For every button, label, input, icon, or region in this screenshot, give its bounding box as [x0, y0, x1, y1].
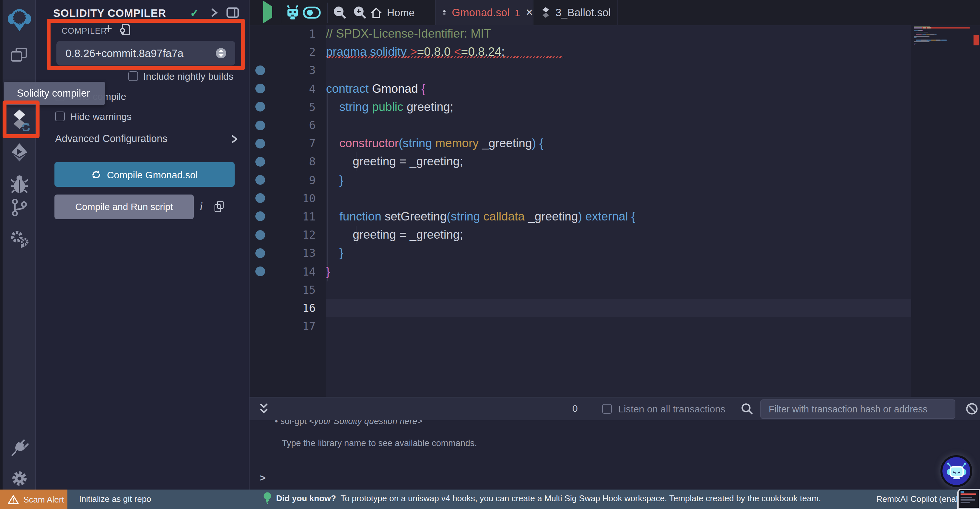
terminal-output[interactable]: • sol-gpt <your Solidity question here> …	[250, 420, 980, 490]
collapse-terminal-icon[interactable]	[258, 403, 270, 416]
gutter-dot[interactable]	[255, 157, 265, 167]
code-line[interactable]: 1// SPDX-License-Identifier: MIT	[250, 25, 911, 43]
run-script-button[interactable]	[263, 6, 272, 18]
gutter-dot[interactable]	[255, 139, 265, 148]
gutter-dot[interactable]	[255, 248, 265, 258]
code-line[interactable]: 17	[250, 317, 911, 335]
pin-panel-icon[interactable]	[226, 7, 239, 18]
minimap-line	[914, 34, 970, 35]
filter-transactions-input[interactable]	[760, 399, 955, 419]
plugin-manager-icon[interactable]	[3, 439, 36, 457]
hide-warnings-label: Hide warnings	[70, 111, 132, 122]
add-compiler-icon[interactable]: +	[104, 21, 113, 35]
compile-and-run-button[interactable]: Compile and Run script	[54, 195, 194, 219]
git-icon[interactable]	[3, 198, 36, 217]
code-line[interactable]: 5 string public greeting;	[250, 98, 911, 116]
remix-logo-icon[interactable]	[3, 8, 36, 32]
code-line[interactable]: 14}	[250, 262, 911, 281]
clear-console-icon[interactable]	[966, 403, 978, 415]
line-number[interactable]: 10	[265, 192, 316, 205]
info-icon[interactable]: i	[200, 200, 203, 213]
minimap-line	[914, 44, 970, 45]
copilot-toggle-icon[interactable]	[303, 6, 321, 19]
file-badge-icon[interactable]	[120, 23, 130, 36]
chevron-right-icon[interactable]	[211, 8, 218, 18]
code-editor[interactable]: 1// SPDX-License-Identifier: MIT2pragma …	[250, 25, 980, 397]
deploy-run-icon[interactable]	[3, 143, 36, 162]
tab-ballot[interactable]: 3_Ballot.sol	[533, 0, 618, 25]
code-line[interactable]: 16	[250, 299, 911, 317]
listen-transactions-checkbox[interactable]	[602, 404, 612, 414]
gutter-dot[interactable]	[255, 102, 265, 112]
git-init-status[interactable]: Initialize as git repo	[79, 494, 151, 504]
tab-home[interactable]: Home	[370, 0, 435, 25]
scam-alert-badge[interactable]: Scam Alert	[0, 490, 67, 509]
gutter-dot[interactable]	[255, 120, 265, 130]
minimap-line	[914, 36, 970, 37]
code-line[interactable]: 7 constructor(string memory _greeting) {	[250, 134, 911, 152]
line-number[interactable]: 4	[265, 82, 316, 95]
line-number[interactable]: 11	[265, 210, 316, 223]
line-number[interactable]: 5	[265, 101, 316, 113]
lightbulb-icon	[263, 492, 272, 504]
code-line[interactable]: 15	[250, 281, 911, 298]
line-number[interactable]: 7	[265, 137, 316, 150]
compiler-version-select[interactable]: 0.8.26+commit.8a97fa7a	[56, 41, 235, 65]
code-line[interactable]: 13 }	[250, 244, 911, 262]
search-icon[interactable]	[741, 403, 753, 415]
code-line[interactable]: 12 greeting = _greeting;	[250, 226, 911, 244]
pip-thumbnail[interactable]	[957, 489, 980, 509]
gutter-dot[interactable]	[255, 266, 265, 276]
gutter-dot[interactable]	[255, 230, 265, 239]
line-number[interactable]: 13	[265, 247, 316, 260]
ai-assistant-icon[interactable]	[285, 5, 300, 21]
transaction-count: 0	[572, 403, 578, 414]
code-line[interactable]: 11 function setGreeting(string calldata …	[250, 207, 911, 226]
line-number[interactable]: 16	[265, 302, 316, 314]
copy-icon[interactable]	[215, 201, 224, 212]
gutter-dot[interactable]	[255, 84, 265, 93]
line-number[interactable]: 1	[265, 27, 316, 40]
code-line[interactable]: 2pragma solidity >=0.8.0 <=0.8.24;	[250, 43, 911, 61]
solidity-compiler-icon[interactable]	[3, 109, 36, 131]
file-explorer-icon[interactable]	[3, 47, 36, 64]
advanced-configurations[interactable]: Advanced Configurations	[55, 133, 238, 145]
hide-warnings-checkbox[interactable]	[55, 112, 65, 121]
compiler-section-label: COMPILER	[62, 27, 107, 36]
code-line[interactable]: 6	[250, 116, 911, 134]
tab-close-icon[interactable]: ×	[526, 6, 533, 19]
zoom-in-icon[interactable]	[353, 6, 367, 19]
debugger-icon[interactable]	[3, 174, 36, 193]
code-line[interactable]: 10	[250, 189, 911, 207]
line-number[interactable]: 3	[265, 64, 316, 77]
gutter-dot[interactable]	[255, 193, 265, 203]
zoom-out-icon[interactable]	[333, 6, 347, 19]
gutter-dot[interactable]	[255, 65, 265, 75]
code-line[interactable]: 9 }	[250, 171, 911, 189]
script-runner-icon[interactable]	[3, 230, 36, 249]
line-number[interactable]: 12	[265, 228, 316, 241]
line-number[interactable]: 15	[265, 283, 316, 296]
include-nightly-checkbox[interactable]	[128, 71, 138, 81]
advanced-configurations-label: Advanced Configurations	[55, 133, 167, 145]
terminal-prompt[interactable]: >	[260, 472, 266, 483]
line-number[interactable]: 9	[265, 174, 316, 187]
settings-icon[interactable]	[3, 470, 36, 487]
code-line[interactable]: 8 greeting = _greeting;	[250, 153, 911, 171]
line-number[interactable]: 6	[265, 119, 316, 132]
minimap[interactable]	[914, 26, 970, 49]
tab-gmonad[interactable]: Gmonad.sol 1 ×	[435, 0, 533, 25]
code-line[interactable]: 4contract Gmonad {	[250, 80, 911, 97]
line-number[interactable]: 14	[265, 265, 316, 278]
gutter-dot[interactable]	[255, 175, 265, 185]
home-icon	[370, 7, 382, 19]
compile-button[interactable]: Compile Gmonad.sol	[54, 162, 235, 187]
gutter-dot[interactable]	[255, 212, 265, 222]
line-number[interactable]: 17	[265, 320, 316, 333]
line-number[interactable]: 2	[265, 46, 316, 59]
code-line[interactable]: 3	[250, 61, 911, 80]
terminal-line: • sol-gpt <your Solidity question here>	[275, 420, 422, 426]
solidity-file-icon	[442, 7, 447, 18]
line-number[interactable]: 8	[265, 155, 316, 168]
remix-ai-assistant-bubble[interactable]	[940, 455, 972, 487]
